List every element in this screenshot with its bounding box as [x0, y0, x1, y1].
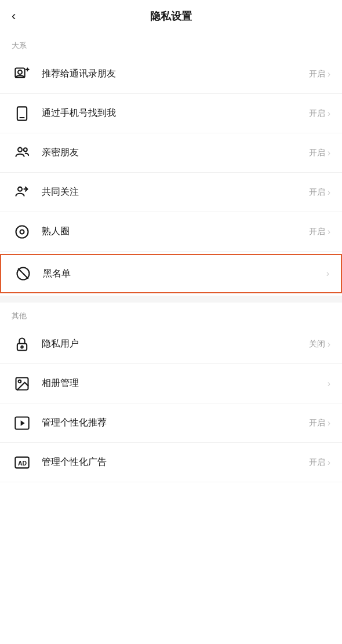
chevron-right-icon: ›	[328, 187, 330, 198]
chevron-right-icon: ›	[328, 108, 330, 119]
svg-point-9	[16, 225, 28, 238]
svg-point-7	[24, 148, 27, 151]
menu-item-blacklist[interactable]: 黑名单›	[0, 254, 342, 293]
menu-item-manage-personalized[interactable]: 管理个性化推荐开启›	[0, 403, 342, 443]
phone-icon	[12, 103, 32, 124]
menu-item-close-friends[interactable]: 亲密朋友开启›	[0, 133, 342, 173]
close-friends-icon	[12, 143, 32, 163]
menu-status-manage-ads: 开启	[309, 457, 325, 468]
menu-item-manage-ads[interactable]: AD 管理个性化广告开启›	[0, 443, 342, 482]
circle-icon	[12, 221, 32, 242]
menu-status-close-friends: 开启	[309, 148, 325, 158]
ad-icon: AD	[12, 452, 32, 473]
menu-item-recommend-contacts[interactable]: 推荐给通讯录朋友开启›	[0, 54, 342, 94]
block-icon	[13, 263, 34, 284]
menu-status-mutual-follow: 开启	[309, 187, 325, 198]
section-label-0: 大系	[0, 32, 342, 54]
back-button[interactable]: ‹	[12, 9, 16, 24]
person-add-icon	[12, 64, 32, 85]
menu-item-find-by-phone[interactable]: 通过手机号找到我开启›	[0, 94, 342, 133]
lock-icon	[12, 334, 32, 355]
menu-text-blacklist: 黑名单	[43, 268, 324, 280]
menu-text-find-by-phone: 通过手机号找到我	[42, 107, 309, 119]
svg-marker-18	[21, 420, 25, 425]
menu-status-private-user: 关闭	[309, 339, 325, 350]
section-label-1: 其他	[0, 303, 342, 325]
svg-line-12	[19, 269, 28, 278]
svg-point-8	[18, 187, 22, 191]
menu-text-album-management: 相册管理	[42, 377, 325, 390]
menu-text-manage-ads: 管理个性化广告	[42, 456, 309, 468]
menu-item-acquaintance-circle[interactable]: 熟人圈开启›	[0, 212, 342, 252]
section-divider	[0, 296, 342, 303]
svg-point-14	[21, 345, 23, 348]
content: 大系 推荐给通讯录朋友开启› 通过手机号找到我开启› 亲密朋友开启› 共同关注开…	[0, 32, 342, 482]
chevron-right-icon: ›	[328, 457, 330, 468]
chevron-right-icon: ›	[328, 379, 330, 389]
chevron-right-icon: ›	[328, 339, 330, 350]
menu-item-private-user[interactable]: 隐私用户关闭›	[0, 325, 342, 364]
chevron-right-icon: ›	[328, 418, 330, 428]
album-icon	[12, 373, 32, 394]
menu-text-manage-personalized: 管理个性化推荐	[42, 417, 309, 429]
menu-text-mutual-follow: 共同关注	[42, 186, 309, 198]
menu-text-recommend-contacts: 推荐给通讯录朋友	[42, 68, 309, 80]
svg-rect-13	[17, 343, 27, 350]
header: ‹ 隐私设置	[0, 0, 342, 32]
svg-point-10	[20, 230, 24, 234]
menu-status-find-by-phone: 开启	[309, 108, 325, 119]
svg-rect-4	[17, 107, 27, 120]
menu-item-album-management[interactable]: 相册管理›	[0, 364, 342, 403]
menu-status-acquaintance-circle: 开启	[309, 227, 325, 237]
chevron-right-icon: ›	[328, 69, 330, 79]
svg-point-6	[18, 147, 22, 151]
play-icon	[12, 413, 32, 434]
menu-text-acquaintance-circle: 熟人圈	[42, 225, 309, 238]
menu-item-mutual-follow[interactable]: 共同关注开启›	[0, 173, 342, 212]
svg-text:AD: AD	[18, 459, 27, 466]
mutual-follow-icon	[12, 182, 32, 203]
page-title: 隐私设置	[150, 9, 192, 23]
menu-text-close-friends: 亲密朋友	[42, 147, 309, 159]
menu-status-manage-personalized: 开启	[309, 418, 325, 428]
chevron-right-icon: ›	[328, 227, 330, 237]
chevron-right-icon: ›	[326, 268, 329, 279]
menu-status-recommend-contacts: 开启	[309, 69, 325, 79]
svg-point-1	[18, 70, 22, 74]
chevron-right-icon: ›	[328, 148, 330, 158]
menu-text-private-user: 隐私用户	[42, 338, 309, 350]
svg-point-16	[19, 380, 21, 383]
